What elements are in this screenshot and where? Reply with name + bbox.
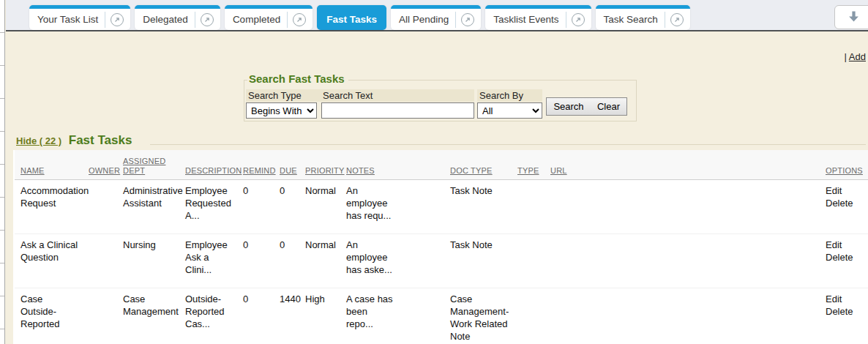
col-header-type[interactable]: TYPE: [512, 166, 545, 179]
tab-separator: [455, 12, 456, 28]
cell-url: [545, 234, 820, 288]
tab-separator: [287, 12, 288, 28]
col-header-priority[interactable]: PRIORITY: [299, 166, 340, 179]
cell-due: 1440: [274, 288, 299, 344]
search-text-label: Search Text: [323, 90, 373, 101]
down-arrow-icon: [848, 10, 860, 25]
cell-type: [512, 180, 545, 233]
cell-options: Edit Delete: [820, 234, 868, 288]
cell-priority: Normal: [299, 180, 340, 233]
tabs-scroll-down-button[interactable]: [834, 5, 868, 29]
cell-doc-type: Task Note: [444, 180, 512, 233]
cell-url: [545, 288, 820, 344]
tab-completed[interactable]: Completed: [225, 5, 313, 30]
section-title: Fast Tasks: [69, 133, 132, 147]
tab-label: Task Search: [604, 14, 665, 25]
tab-label: All Pending: [399, 14, 455, 25]
cell-owner: [83, 180, 117, 233]
cell-name: Ask a Clinical Question: [15, 234, 83, 288]
edit-link[interactable]: Edit: [826, 239, 865, 251]
search-type-label: Search Type: [248, 90, 302, 101]
fast-tasks-table: NAME OWNER ASSIGNED DEPT DESCRIPTION REM…: [13, 150, 868, 344]
open-external-icon[interactable]: [111, 13, 124, 26]
delete-link[interactable]: Delete: [826, 305, 865, 318]
tab-label: Tasklist Events: [493, 14, 565, 25]
cell-assigned-dept: Case Management: [117, 288, 179, 344]
search-text-input[interactable]: [321, 102, 474, 119]
cell-options: Edit Delete: [820, 288, 868, 344]
search-by-select[interactable]: All: [477, 102, 542, 119]
clear-button[interactable]: Clear: [591, 97, 627, 116]
tab-your-task-list[interactable]: Your Task List: [29, 5, 130, 30]
tab-fast-tasks[interactable]: Fast Tasks: [317, 5, 386, 30]
cell-owner: [83, 288, 117, 344]
col-header-description[interactable]: DESCRIPTION: [179, 166, 237, 179]
col-header-due[interactable]: DUE: [274, 166, 299, 179]
tab-label: Your Task List: [37, 14, 105, 25]
edit-link[interactable]: Edit: [826, 184, 865, 197]
open-external-icon[interactable]: [293, 13, 306, 26]
tab-task-search[interactable]: Task Search: [596, 5, 690, 30]
open-external-icon[interactable]: [670, 13, 684, 26]
tab-separator: [195, 12, 195, 28]
table-header-row: NAME OWNER ASSIGNED DEPT DESCRIPTION REM…: [15, 150, 868, 180]
table-row: Case Outside-Reported Case Management Ou…: [15, 288, 868, 344]
cell-description: Employee Requested A...: [179, 180, 237, 233]
col-header-doc-type[interactable]: DOC TYPE: [444, 166, 512, 179]
col-header-options[interactable]: OPTIONS: [820, 166, 868, 179]
cell-assigned-dept: Administrative Assistant: [117, 180, 179, 233]
search-fast-tasks-panel: Search Fast Tasks Search Type Search Tex…: [244, 80, 637, 121]
fast-tasks-section-head: Hide ( 22 ) Fast Tasks: [16, 133, 132, 148]
open-external-icon[interactable]: [461, 13, 474, 26]
tab-all-pending[interactable]: All Pending: [391, 5, 481, 30]
search-type-select[interactable]: Begins With: [246, 102, 317, 119]
tab-label: Completed: [233, 14, 287, 25]
delete-link[interactable]: Delete: [826, 251, 865, 263]
cell-remind: 0: [237, 288, 274, 344]
cell-assigned-dept: Nursing: [117, 234, 179, 288]
col-header-url[interactable]: URL: [545, 166, 820, 179]
edit-link[interactable]: Edit: [826, 293, 865, 305]
cell-owner: [83, 234, 117, 288]
cell-type: [512, 288, 545, 344]
cell-doc-type: Task Note: [444, 234, 512, 288]
tab-tasklist-events[interactable]: Tasklist Events: [485, 5, 591, 30]
toolbar: | Add: [845, 51, 866, 62]
col-header-name[interactable]: NAME: [15, 166, 83, 179]
tab-bar: Your Task List Delegated Completed Fast …: [6, 0, 868, 31]
cell-description: Outside-Reported Cas...: [179, 288, 237, 344]
open-external-icon[interactable]: [572, 13, 585, 26]
col-header-notes[interactable]: NOTES: [340, 166, 444, 179]
cell-description: Employee Ask a Clini...: [179, 234, 237, 288]
cell-type: [512, 234, 545, 288]
tab-separator: [665, 12, 665, 28]
cell-name: Case Outside-Reported: [15, 288, 83, 344]
add-link[interactable]: Add: [849, 51, 866, 62]
table-row: Ask a Clinical Question Nursing Employee…: [15, 234, 868, 288]
section-divider: [150, 144, 866, 145]
tab-delegated[interactable]: Delegated: [135, 5, 220, 30]
tab-label: Delegated: [143, 14, 195, 25]
tab-separator: [105, 12, 105, 28]
search-button[interactable]: Search: [546, 97, 591, 116]
cell-due: 0: [274, 234, 299, 288]
tab-label: Fast Tasks: [326, 14, 377, 25]
cell-priority: Normal: [299, 234, 340, 288]
search-by-label: Search By: [479, 90, 523, 101]
cell-name: Accommodation Request: [15, 180, 83, 233]
cell-remind: 0: [237, 180, 274, 233]
frame-resize-gutter[interactable]: [0, 0, 5, 344]
open-external-icon[interactable]: [201, 13, 214, 26]
cell-notes: An employee has requ...: [340, 180, 444, 233]
search-by-strip: Search By: [477, 89, 542, 102]
cell-doc-type: Case Management- Work Related Note: [444, 288, 512, 344]
col-header-assigned-dept[interactable]: ASSIGNED DEPT: [117, 157, 179, 179]
cell-notes: A case has been repo...: [340, 288, 444, 344]
hide-count-link[interactable]: Hide ( 22 ): [16, 135, 61, 146]
col-header-owner[interactable]: OWNER: [83, 166, 117, 179]
col-header-remind[interactable]: REMIND: [237, 166, 274, 179]
delete-link[interactable]: Delete: [826, 197, 865, 209]
cell-remind: 0: [237, 234, 274, 288]
search-panel-legend: Search Fast Tasks: [247, 72, 348, 85]
table-row: Accommodation Request Administrative Ass…: [15, 180, 868, 234]
